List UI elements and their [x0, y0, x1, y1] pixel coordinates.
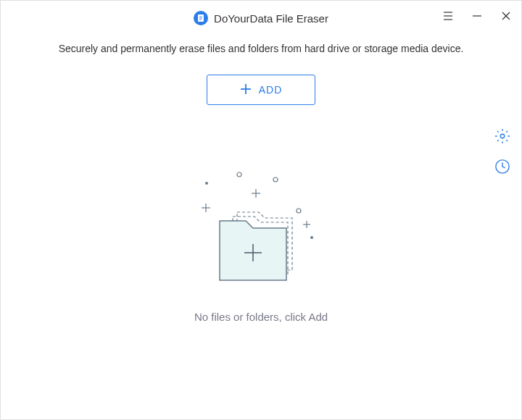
empty-state: No files or folders, click Add [1, 169, 521, 323]
close-button[interactable] [500, 9, 513, 22]
plus-icon [240, 83, 252, 97]
empty-folder-icon [178, 169, 344, 299]
close-icon [501, 11, 511, 21]
svg-point-14 [205, 182, 208, 185]
empty-state-message: No files or folders, click Add [194, 311, 328, 323]
svg-point-16 [273, 177, 278, 182]
svg-point-12 [500, 134, 505, 138]
add-button-label: ADD [259, 84, 283, 96]
minimize-button[interactable] [471, 9, 484, 22]
title-bar: DoYourData File Eraser [1, 1, 521, 35]
svg-point-17 [297, 209, 301, 213]
add-button[interactable]: ADD [207, 75, 315, 105]
minimize-icon [472, 11, 482, 21]
svg-point-15 [237, 172, 241, 177]
hamburger-icon [443, 12, 453, 20]
gear-icon [494, 128, 510, 144]
subtitle: Securely and permanently erase files and… [1, 43, 521, 54]
svg-point-18 [310, 236, 313, 239]
app-title: DoYourData File Eraser [214, 12, 328, 25]
app-logo-icon [194, 11, 208, 25]
window-controls [442, 9, 513, 22]
menu-button[interactable] [442, 9, 455, 22]
settings-button[interactable] [494, 127, 511, 145]
